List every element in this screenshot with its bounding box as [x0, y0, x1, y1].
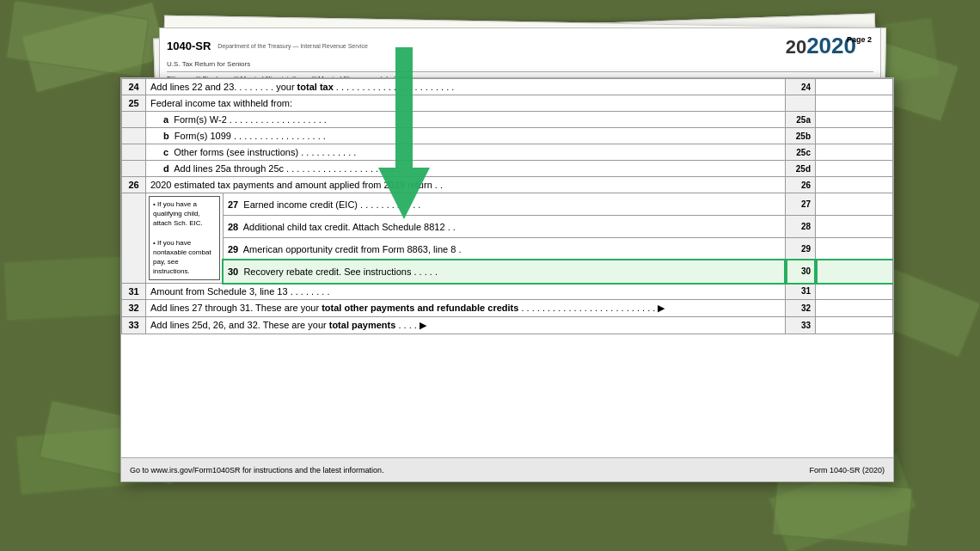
row-desc-29: 29 American opportunity credit from Form…	[224, 238, 786, 260]
row-num-25c	[122, 144, 146, 161]
row-desc-25: Federal income tax withheld from:	[146, 95, 786, 112]
row-code-27: 27	[786, 193, 816, 216]
table-row-26: 26 2020 estimated tax payments and amoun…	[122, 177, 893, 193]
row-code-25d: 25d	[786, 161, 816, 177]
row-num-31: 31	[122, 283, 146, 299]
row-desc-30: 30 Recovery rebate credit. See instructi…	[224, 260, 786, 283]
row-code-32: 32	[786, 299, 816, 316]
footer-form-label: Form 1040-SR (2020)	[809, 466, 885, 474]
table-row-25a: a Form(s) W-2 . . . . . . . . . . . . . …	[122, 112, 893, 128]
row-num-33: 33	[122, 316, 146, 334]
row-desc-25c: c Other forms (see instructions) . . . .…	[146, 144, 786, 161]
table-row-30: 30 Recovery rebate credit. See instructi…	[122, 260, 893, 283]
row-desc-28: 28 Additional child tax credit. Attach S…	[224, 216, 786, 238]
row-amount-24	[816, 79, 893, 95]
row-code-25	[786, 95, 816, 112]
row-amount-25c	[816, 144, 893, 161]
row-amount-25a	[816, 112, 893, 128]
row-code-28: 28	[786, 216, 816, 238]
side-note-cell: • If you have a qualifying child, attach…	[146, 193, 224, 284]
row-desc-24: Add lines 22 and 23. . . . . . . . your …	[146, 79, 786, 95]
row-num-25a	[122, 112, 146, 128]
row-code-30: 30	[786, 260, 816, 283]
green-arrow-icon	[361, 47, 447, 236]
row-desc-25a: a Form(s) W-2 . . . . . . . . . . . . . …	[146, 112, 786, 128]
row-amount-25	[816, 95, 893, 112]
table-row-24: 24 Add lines 22 and 23. . . . . . . . yo…	[122, 79, 893, 95]
row-desc-26: 2020 estimated tax payments and amount a…	[146, 177, 786, 193]
row-amount-26	[816, 177, 893, 193]
row-num-24: 24	[122, 79, 146, 95]
form-number-label: 1040-SR	[167, 40, 211, 52]
table-row-29: 29 American opportunity credit from Form…	[122, 238, 893, 260]
row-code-25a: 25a	[786, 112, 816, 128]
row-desc-32: Add lines 27 through 31. These are your …	[146, 299, 786, 316]
svg-marker-1	[378, 47, 430, 219]
row-desc-25d: d Add lines 25a through 25c . . . . . . …	[146, 161, 786, 177]
row-num-25d	[122, 161, 146, 177]
row-desc-31: Amount from Schedule 3, line 13 . . . . …	[146, 283, 786, 299]
table-row-25c: c Other forms (see instructions) . . . .…	[122, 144, 893, 161]
money-bill	[771, 475, 913, 548]
table-row-27: • If you have a qualifying child, attach…	[122, 193, 893, 216]
page-label: Page 2	[847, 35, 872, 44]
row-desc-27: 27 Earned income credit (EIC) . . . . . …	[224, 193, 786, 216]
table-row-31: 31 Amount from Schedule 3, line 13 . . .…	[122, 283, 893, 299]
table-row-25d: d Add lines 25a through 25c . . . . . . …	[122, 161, 893, 177]
row-amount-29	[816, 238, 893, 260]
row-num-26: 26	[122, 177, 146, 193]
form-year: 202020	[786, 33, 856, 59]
row-code-26: 26	[786, 177, 816, 193]
table-row-33: 33 Add lines 25d, 26, and 32. These are …	[122, 316, 893, 334]
table-row-32: 32 Add lines 27 through 31. These are yo…	[122, 299, 893, 316]
row-code-25c: 25c	[786, 144, 816, 161]
row-amount-30	[816, 260, 893, 283]
main-form: 24 Add lines 22 and 23. . . . . . . . yo…	[120, 77, 894, 482]
row-code-29: 29	[786, 238, 816, 260]
form-table: 24 Add lines 22 and 23. . . . . . . . yo…	[121, 78, 893, 334]
row-num-32: 32	[122, 299, 146, 316]
form-subtitle: U.S. Tax Return for Seniors	[167, 60, 873, 68]
side-note: • If you have a qualifying child, attach…	[149, 196, 220, 280]
row-amount-31	[816, 283, 893, 299]
row-amount-32	[816, 299, 893, 316]
row-desc-33: Add lines 25d, 26, and 32. These are you…	[146, 316, 786, 334]
form-dept-label: Department of the Treasury — Internal Re…	[217, 43, 368, 49]
table-row-28: 28 Additional child tax credit. Attach S…	[122, 216, 893, 238]
row-amount-27	[816, 193, 893, 216]
table-row-25: 25 Federal income tax withheld from:	[122, 95, 893, 112]
table-row-25b: b Form(s) 1099 . . . . . . . . . . . . .…	[122, 128, 893, 144]
row-code-25b: 25b	[786, 128, 816, 144]
row-desc-25b: b Form(s) 1099 . . . . . . . . . . . . .…	[146, 128, 786, 144]
row-amount-25b	[816, 128, 893, 144]
row-num-25: 25	[122, 95, 146, 112]
row-num-25b	[122, 128, 146, 144]
row-code-24: 24	[786, 79, 816, 95]
row-amount-28	[816, 216, 893, 238]
row-amount-25d	[816, 161, 893, 177]
row-amount-33	[816, 316, 893, 334]
row-code-31: 31	[786, 283, 816, 299]
row-code-33: 33	[786, 316, 816, 334]
form-footer: Go to www.irs.gov/Form1040SR for instruc…	[121, 457, 893, 481]
row-num-27	[122, 193, 146, 284]
footer-url: Go to www.irs.gov/Form1040SR for instruc…	[130, 466, 384, 474]
